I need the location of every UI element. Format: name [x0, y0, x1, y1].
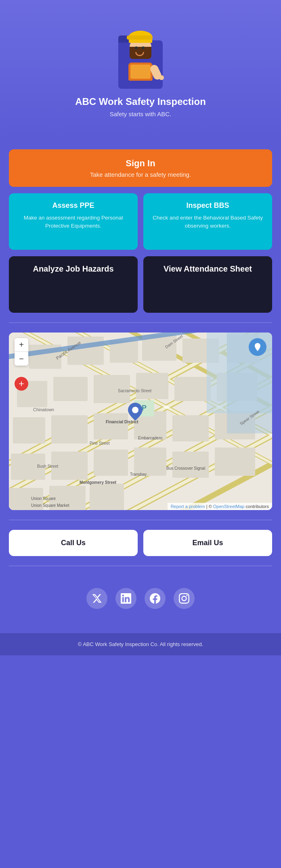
assess-ppe-title: Assess PPE	[52, 201, 94, 210]
svg-text:Bus Crossover Signal: Bus Crossover Signal	[166, 466, 205, 471]
zoom-out-button[interactable]: −	[15, 352, 28, 366]
call-us-button[interactable]: Call Us	[9, 530, 138, 556]
location-icon	[253, 342, 262, 352]
email-us-button[interactable]: Email Us	[143, 530, 272, 556]
bottom-grid: Analyze Job Hazards View Attendance Shee…	[9, 256, 272, 313]
svg-rect-28	[136, 373, 168, 399]
char-thumb	[158, 74, 165, 81]
attribution-copy: | ©	[206, 504, 213, 509]
app-subtitle: Safety starts with ABC.	[110, 111, 172, 117]
svg-rect-29	[174, 377, 211, 401]
analyze-hazards-button[interactable]: Analyze Job Hazards	[9, 256, 138, 313]
openstreetmap-link[interactable]: OpenStreetMap	[213, 504, 245, 509]
svg-text:Chinatown: Chinatown	[33, 407, 54, 412]
map-container[interactable]: P Pacific Avenue Chinatown Sacramento St…	[9, 333, 272, 510]
contact-grid: Call Us Email Us	[9, 530, 272, 556]
svg-rect-35	[172, 415, 209, 441]
divider-1	[9, 322, 272, 323]
char-arm-right	[149, 64, 163, 81]
svg-rect-31	[13, 417, 45, 443]
map-controls: + −	[15, 338, 28, 366]
svg-text:Transbay: Transbay	[130, 472, 147, 477]
char-helmet-brim	[127, 36, 153, 40]
svg-rect-45	[90, 484, 124, 510]
sign-in-subtitle: Take attendance for a safety meeting.	[90, 171, 191, 178]
char-eye-right	[142, 46, 145, 49]
svg-rect-40	[134, 448, 166, 476]
map-location-icon[interactable]	[249, 338, 266, 356]
x-twitter-button[interactable]	[86, 588, 107, 609]
x-twitter-icon	[92, 593, 102, 604]
attribution-suffix: contributors	[246, 504, 269, 509]
assess-ppe-desc: Make an assessment regarding Personal Pr…	[15, 214, 131, 230]
inspect-bbs-desc: Check and enter the Behavioral Based Saf…	[150, 214, 266, 230]
footer: © ABC Work Safety Inspection Co. All rig…	[0, 633, 281, 655]
report-problem-link[interactable]: Report a problem	[171, 504, 205, 509]
char-eye-left	[135, 46, 138, 49]
plus-icon	[17, 380, 25, 388]
svg-rect-39	[94, 450, 128, 476]
svg-rect-42	[215, 448, 255, 476]
svg-rect-26	[53, 377, 88, 401]
char-smile	[135, 52, 144, 56]
facebook-button[interactable]	[145, 588, 166, 609]
character	[120, 36, 161, 81]
svg-rect-32	[51, 415, 88, 443]
pin-icon	[128, 403, 143, 420]
svg-text:Union Square Market: Union Square Market	[31, 503, 69, 508]
char-helmet	[129, 31, 152, 43]
svg-rect-41	[172, 452, 209, 478]
sign-in-title: Sign In	[126, 158, 155, 169]
social-row	[9, 576, 272, 621]
instagram-button[interactable]	[174, 588, 195, 609]
divider-3	[9, 566, 272, 566]
svg-point-66	[132, 407, 138, 413]
svg-text:Union Square: Union Square	[31, 496, 56, 501]
map-attribution: Report a problem | © OpenStreetMap contr…	[168, 503, 272, 510]
divider-2	[9, 520, 272, 520]
char-vest	[130, 65, 151, 79]
svg-text:Pine Street: Pine Street	[90, 441, 110, 446]
sign-in-button[interactable]: Sign In Take attendance for a safety mee…	[9, 149, 272, 187]
footer-text: © ABC Work Safety Inspection Co. All rig…	[8, 641, 273, 647]
map-main-pin	[128, 403, 143, 422]
analyze-hazards-title: Analyze Job Hazards	[33, 264, 113, 274]
svg-rect-20	[67, 337, 104, 365]
hero-section: ABC Work Safety Inspection Safety starts…	[0, 0, 281, 137]
char-face	[134, 44, 146, 56]
view-attendance-button[interactable]: View Attendance Sheet	[143, 256, 272, 313]
mascot-illustration	[114, 24, 167, 89]
map-add-button[interactable]	[15, 377, 28, 391]
char-torso	[128, 63, 153, 81]
svg-text:Bush Street: Bush Street	[37, 464, 58, 469]
zoom-in-button[interactable]: +	[15, 338, 28, 352]
view-attendance-title: View Attendance Sheet	[164, 264, 252, 274]
app-title: ABC Work Safety Inspection	[75, 96, 206, 107]
svg-rect-33	[94, 413, 128, 439]
assess-ppe-button[interactable]: Assess PPE Make an assessment regarding …	[9, 193, 138, 250]
top-grid: Assess PPE Make an assessment regarding …	[9, 193, 272, 250]
instagram-icon	[179, 593, 189, 604]
inspect-bbs-title: Inspect BBS	[186, 201, 229, 210]
svg-text:Sacramento Street: Sacramento Street	[118, 389, 152, 393]
svg-text:Montgomery Street: Montgomery Street	[80, 480, 117, 485]
facebook-icon	[150, 593, 160, 604]
linkedin-button[interactable]	[115, 588, 136, 609]
char-head	[130, 36, 151, 58]
inspect-bbs-button[interactable]: Inspect BBS Check and enter the Behavior…	[143, 193, 272, 250]
linkedin-icon	[121, 593, 131, 604]
svg-text:Embarcadero: Embarcadero	[138, 436, 162, 440]
main-content: Sign In Take attendance for a safety mee…	[0, 137, 281, 633]
